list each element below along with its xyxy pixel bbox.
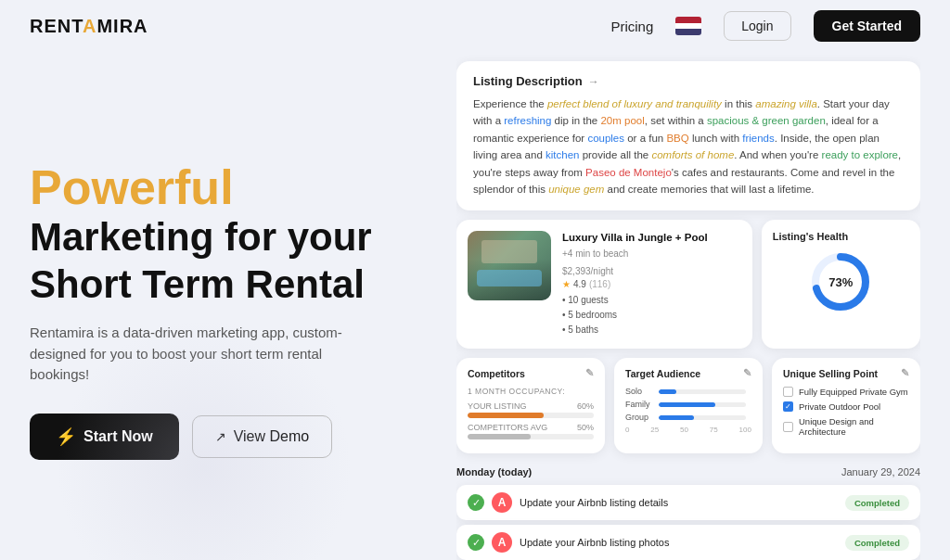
- dashboard-preview: Listing Description → Experience the per…: [456, 52, 920, 560]
- listing-health-card: Listing's Health 73%: [762, 220, 920, 349]
- task-text-2: Update your Airbnb listing photos: [520, 537, 838, 548]
- task-check-icon: ✓: [468, 534, 484, 551]
- competitors-avg-label: COMPETITORS AVG: [468, 423, 547, 432]
- audience-family: Family: [625, 400, 751, 409]
- property-image: [468, 231, 551, 300]
- usp-title: Unique Selling Point: [783, 368, 878, 379]
- your-listing-value: 60%: [577, 401, 594, 411]
- listing-description-card: Listing Description → Experience the per…: [456, 61, 920, 210]
- audience-group: Group: [625, 413, 751, 422]
- navbar: RENTAMIRA Pricing Login Get Started: [0, 0, 950, 52]
- analytics-cards-row: Competitors ✎ 1 MONTH OCCUPANCY: YOUR LI…: [456, 358, 920, 453]
- airbnb-icon-2: A: [492, 532, 512, 553]
- target-audience-title: Target Audience: [625, 368, 700, 379]
- task-section: Monday (today) January 29, 2024 ✓ A Upda…: [456, 463, 920, 560]
- health-donut: 73%: [808, 249, 873, 314]
- target-audience-card: Target Audience ✎ Solo Family Group 0255…: [614, 358, 763, 453]
- start-now-button[interactable]: ⚡ Start Now: [30, 414, 179, 460]
- health-title: Listing's Health: [773, 231, 848, 242]
- usp-item-pool: ✓ Private Outdoor Pool: [783, 401, 909, 412]
- demo-label: View Demo: [234, 428, 310, 445]
- competitors-card: Competitors ✎ 1 MONTH OCCUPANCY: YOUR LI…: [456, 358, 605, 453]
- usp-edit-icon[interactable]: ✎: [901, 367, 909, 379]
- day1-label: Monday (today): [456, 466, 532, 477]
- start-label: Start Now: [83, 428, 153, 445]
- nav-pricing[interactable]: Pricing: [610, 19, 653, 34]
- hero-title: Marketing for your Short Term Rental: [30, 214, 438, 308]
- competitors-avg-value: 50%: [577, 423, 594, 432]
- competitors-title: Competitors: [468, 368, 525, 379]
- property-beach: +4 min to beach: [562, 248, 741, 259]
- task-row-airbnb-details: ✓ A Update your Airbnb listing details C…: [456, 485, 920, 520]
- logo: RENTAMIRA: [30, 16, 148, 37]
- airbnb-icon: A: [492, 492, 512, 513]
- task-text: Update your Airbnb listing details: [520, 497, 838, 508]
- usp-card: Unique Selling Point ✎ Fully Equipped Pr…: [772, 358, 920, 453]
- hero-section: Powerful Marketing for your Short Term R…: [30, 52, 438, 560]
- health-percent: 73%: [828, 275, 853, 289]
- task-check-icon: ✓: [468, 494, 484, 511]
- competitors-edit-icon[interactable]: ✎: [585, 367, 594, 379]
- audience-edit-icon[interactable]: ✎: [743, 367, 751, 379]
- hero-subtitle: Rentamira is a data-driven marketing app…: [30, 323, 382, 386]
- property-card: Luxury Villa in Jungle + Pool +4 min to …: [456, 220, 752, 349]
- day1-date: January 29, 2024: [841, 466, 920, 477]
- external-link-icon: ↗: [215, 429, 226, 444]
- audience-solo: Solo: [625, 387, 751, 396]
- task-row-airbnb-photos: ✓ A Update your Airbnb listing photos Co…: [456, 525, 920, 560]
- occupancy-label: 1 MONTH OCCUPANCY:: [468, 387, 594, 396]
- get-started-button[interactable]: Get Started: [814, 10, 920, 42]
- usp-item-design: Unique Design and Architecture: [783, 416, 909, 437]
- view-demo-button[interactable]: ↗ View Demo: [192, 415, 333, 458]
- listing-desc-text: Experience the perfect blend of luxury a…: [473, 95, 904, 197]
- usp-item-gym: Fully Equipped Private Gym: [783, 387, 909, 397]
- lightning-icon: ⚡: [56, 426, 76, 447]
- language-flag[interactable]: [675, 17, 701, 35]
- property-name: Luxury Villa in Jungle + Pool: [562, 231, 741, 245]
- property-details: • 10 guests • 5 bedrooms • 5 baths: [562, 293, 741, 337]
- task-badge-2: Completed: [845, 535, 909, 551]
- listing-desc-arrow: →: [588, 75, 599, 88]
- task-badge: Completed: [845, 495, 909, 511]
- login-button[interactable]: Login: [724, 11, 790, 41]
- property-price: $2,393/night: [562, 264, 741, 277]
- property-rating: ★ 4.9 (116): [562, 279, 741, 289]
- hero-powerful: Powerful: [30, 161, 438, 214]
- your-listing-label: YOUR LISTING: [468, 401, 527, 411]
- listing-desc-title: Listing Description: [473, 74, 583, 88]
